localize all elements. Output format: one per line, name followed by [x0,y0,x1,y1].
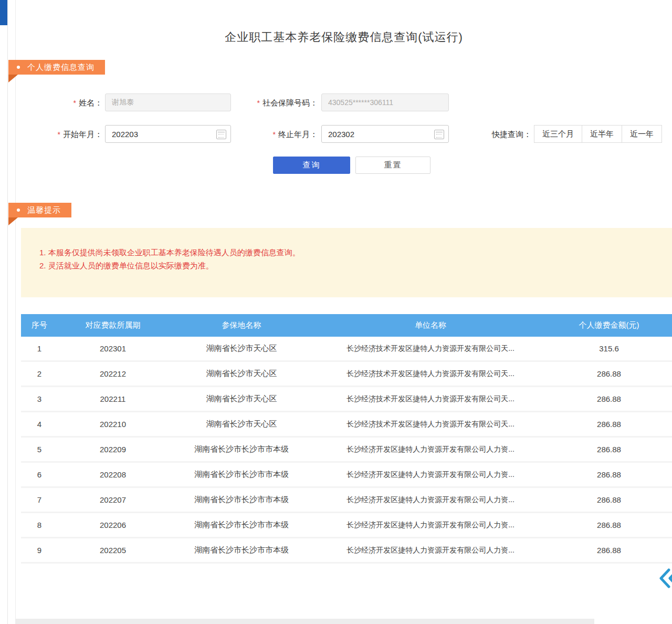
cell-company: 长沙经济开发区捷特人力资源开发有限公司人力资... [315,521,546,530]
cell-area: 湖南省长沙市天心区 [168,419,315,429]
notice-box: 1. 本服务仅提供尚未领取企业职工基本养老保险待遇人员的缴费信息查询。 2. 灵… [21,228,672,297]
cell-amount: 286.88 [546,445,672,454]
cell-area: 湖南省长沙市天心区 [168,344,315,353]
cell-company: 长沙经济技术开发区捷特人力资源开发有限公司天... [315,369,546,379]
cell-amount: 286.88 [546,394,672,403]
ribbon-fold [8,75,18,82]
cell-amount: 286.88 [546,546,672,555]
section-badge-label: 温馨提示 [27,205,61,215]
cell-seq: 4 [21,420,58,429]
cell-seq: 7 [21,495,58,504]
end-date-field [321,125,449,143]
table-row[interactable]: 5 202209 湖南省长沙市长沙市市本级 长沙经济开发区捷特人力资源开发有限公… [21,438,672,463]
cell-company: 长沙经济开发区捷特人力资源开发有限公司人力资... [315,470,546,480]
cell-company: 长沙经济技术开发区捷特人力资源开发有限公司天... [315,420,546,429]
bullet-icon [17,209,20,212]
ssn-input[interactable] [321,93,449,111]
page-root: 企业职工基本养老保险缴费信息查询(试运行) 个人缴费信息查询 *姓名： *社会保… [0,0,672,624]
cell-area: 湖南省长沙市长沙市市本级 [168,444,315,454]
cell-amount: 286.88 [546,470,672,479]
col-header-seq: 序号 [21,320,58,330]
quick-last-year-button[interactable]: 近一年 [622,125,662,143]
cell-area: 湖南省长沙市长沙市市本级 [168,470,315,480]
calendar-icon[interactable] [216,130,226,139]
required-mark: * [273,130,276,139]
cell-period: 202212 [58,369,168,378]
required-mark: * [74,99,76,107]
start-date-input[interactable] [105,125,231,143]
cell-area: 湖南省长沙市天心区 [168,369,315,379]
required-mark: * [257,99,260,107]
cell-company: 长沙经济开发区捷特人力资源开发有限公司人力资... [315,495,546,505]
cell-amount: 286.88 [546,369,672,378]
cell-area: 湖南省长沙市长沙市市本级 [168,520,315,530]
cell-company: 长沙经济开发区捷特人力资源开发有限公司人力资... [315,546,546,555]
start-date-field [105,125,231,143]
cell-seq: 5 [21,445,58,454]
cell-amount: 286.88 [546,420,672,429]
quick-query-label: 快捷查询： [463,130,531,140]
end-date-label: *终止年月： [236,130,318,140]
cell-company: 长沙经济技术开发区捷特人力资源开发有限公司天... [315,344,546,353]
table-header-row: 序号 对应费款所属期 参保地名称 单位名称 个人缴费金额(元) [21,314,672,337]
query-button[interactable]: 查询 [273,157,350,174]
footer-strip [16,619,594,624]
calendar-icon[interactable] [434,130,444,139]
cell-seq: 9 [21,546,58,555]
quick-last-3-months-button[interactable]: 近三个月 [534,125,582,143]
name-input[interactable] [105,93,231,111]
table-row[interactable]: 6 202208 湖南省长沙市长沙市市本级 长沙经济开发区捷特人力资源开发有限公… [21,463,672,488]
start-date-label: *开始年月： [24,130,102,140]
left-rail-divider [7,0,8,624]
reset-button[interactable]: 重置 [355,157,430,174]
bullet-icon [17,66,20,69]
table-row[interactable]: 1 202301 湖南省长沙市天心区 长沙经济技术开发区捷特人力资源开发有限公司… [21,337,672,362]
col-header-area: 参保地名称 [168,320,315,330]
left-panel-fragment [0,0,8,25]
col-header-period: 对应费款所属期 [58,320,168,330]
cell-company: 长沙经济开发区捷特人力资源开发有限公司人力资... [315,445,546,454]
name-label: *姓名： [24,98,102,108]
col-header-company: 单位名称 [315,320,546,330]
cell-area: 湖南省长沙市长沙市市本级 [168,545,315,555]
cell-period: 202209 [58,445,168,454]
cell-seq: 8 [21,521,58,529]
table-row[interactable]: 9 202205 湖南省长沙市长沙市市本级 长沙经济开发区捷特人力资源开发有限公… [21,538,672,564]
table-row[interactable]: 7 202207 湖南省长沙市长沙市市本级 长沙经济开发区捷特人力资源开发有限公… [21,488,672,513]
cell-seq: 3 [21,394,58,403]
ssn-label: *社会保障号码： [236,98,318,108]
cell-seq: 1 [21,344,58,353]
section-badge-tips: 温馨提示 [8,203,71,217]
main-panel-edge [15,0,16,624]
table-row[interactable]: 3 202211 湖南省长沙市天心区 长沙经济技术开发区捷特人力资源开发有限公司… [21,387,672,412]
notice-line: 2. 灵活就业人员的缴费单位信息以实际缴费为准。 [39,259,662,272]
cell-area: 湖南省长沙市天心区 [168,394,315,404]
cell-period: 202208 [58,470,168,479]
cell-seq: 6 [21,470,58,479]
cell-period: 202206 [58,521,168,529]
cell-period: 202301 [58,344,168,353]
section-badge-label: 个人缴费信息查询 [27,63,94,72]
results-table: 序号 对应费款所属期 参保地名称 单位名称 个人缴费金额(元) 1 202301… [21,314,672,564]
notice-line: 1. 本服务仅提供尚未领取企业职工基本养老保险待遇人员的缴费信息查询。 [39,246,662,259]
cell-company: 长沙经济技术开发区捷特人力资源开发有限公司天... [315,394,546,404]
table-row[interactable]: 4 202210 湖南省长沙市天心区 长沙经济技术开发区捷特人力资源开发有限公司… [21,412,672,438]
collapse-chevron-icon[interactable] [658,568,672,590]
cell-period: 202207 [58,495,168,504]
quick-query-group: 近三个月 近半年 近一年 [534,125,662,143]
cell-period: 202210 [58,420,168,429]
quick-last-half-year-button[interactable]: 近半年 [582,125,622,143]
table-row[interactable]: 8 202206 湖南省长沙市长沙市市本级 长沙经济开发区捷特人力资源开发有限公… [21,513,672,538]
page-title: 企业职工基本养老保险缴费信息查询(试运行) [16,29,672,45]
end-date-input[interactable] [321,125,449,143]
cell-seq: 2 [21,369,58,378]
table-row[interactable]: 2 202212 湖南省长沙市天心区 长沙经济技术开发区捷特人力资源开发有限公司… [21,362,672,387]
cell-amount: 286.88 [546,521,672,529]
cell-period: 202205 [58,546,168,555]
ribbon-fold [8,217,18,225]
section-badge-personal-query: 个人缴费信息查询 [8,60,105,75]
cell-period: 202211 [58,394,168,403]
col-header-amount: 个人缴费金额(元) [546,320,672,330]
cell-area: 湖南省长沙市长沙市市本级 [168,495,315,505]
cell-amount: 315.6 [546,344,672,353]
